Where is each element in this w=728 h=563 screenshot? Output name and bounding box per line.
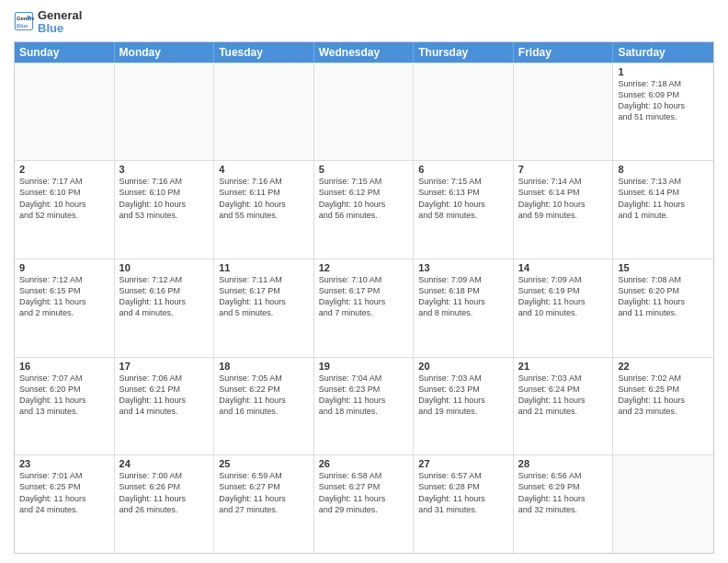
calendar-cell-empty [514,63,614,161]
calendar-cell-day-26: 26Sunrise: 6:58 AM Sunset: 6:27 PM Dayli… [314,455,415,553]
day-number: 26 [319,458,409,469]
calendar-cell-day-14: 14Sunrise: 7:09 AM Sunset: 6:19 PM Dayli… [514,259,614,357]
weekday-header-wednesday: Wednesday [314,42,415,63]
day-info: Sunrise: 7:00 AM Sunset: 6:26 PM Dayligh… [119,470,210,515]
day-info: Sunrise: 7:18 AM Sunset: 6:09 PM Dayligh… [618,78,709,123]
day-number: 19 [319,361,409,372]
day-info: Sunrise: 6:56 AM Sunset: 6:29 PM Dayligh… [518,470,609,515]
calendar-cell-empty [314,63,415,161]
calendar-cell-day-5: 5Sunrise: 7:15 AM Sunset: 6:12 PM Daylig… [314,161,415,259]
logo: General Blue General Blue [14,9,82,36]
day-number: 8 [618,164,709,175]
calendar-row-4: 23Sunrise: 7:01 AM Sunset: 6:25 PM Dayli… [15,454,713,553]
day-number: 18 [219,361,309,372]
logo-icon: General Blue [14,11,34,31]
day-info: Sunrise: 7:07 AM Sunset: 6:20 PM Dayligh… [19,373,109,418]
calendar-body: 1Sunrise: 7:18 AM Sunset: 6:09 PM Daylig… [15,63,713,553]
calendar-row-3: 16Sunrise: 7:07 AM Sunset: 6:20 PM Dayli… [15,357,713,455]
day-number: 6 [418,164,508,175]
day-info: Sunrise: 7:02 AM Sunset: 6:25 PM Dayligh… [618,373,709,418]
day-number: 27 [418,458,508,469]
day-number: 21 [518,361,609,372]
day-info: Sunrise: 7:12 AM Sunset: 6:15 PM Dayligh… [19,274,109,319]
calendar-cell-day-7: 7Sunrise: 7:14 AM Sunset: 6:14 PM Daylig… [514,161,614,259]
calendar-cell-empty [15,63,115,161]
weekday-header-tuesday: Tuesday [214,42,314,63]
svg-text:General: General [17,17,34,22]
day-number: 9 [19,262,109,273]
calendar-cell-day-25: 25Sunrise: 6:59 AM Sunset: 6:27 PM Dayli… [214,455,314,553]
day-info: Sunrise: 7:03 AM Sunset: 6:24 PM Dayligh… [518,373,609,418]
calendar-cell-day-15: 15Sunrise: 7:08 AM Sunset: 6:20 PM Dayli… [613,259,713,357]
calendar-cell-day-1: 1Sunrise: 7:18 AM Sunset: 6:09 PM Daylig… [613,63,713,161]
day-number: 10 [119,262,210,273]
weekday-header-sunday: Sunday [15,42,115,63]
day-number: 11 [219,262,309,273]
day-number: 16 [19,361,109,372]
calendar-cell-day-27: 27Sunrise: 6:57 AM Sunset: 6:28 PM Dayli… [414,455,514,553]
day-number: 25 [219,458,309,469]
day-number: 14 [518,262,609,273]
calendar-cell-day-17: 17Sunrise: 7:06 AM Sunset: 6:21 PM Dayli… [115,358,215,455]
day-number: 2 [19,164,109,175]
day-info: Sunrise: 7:14 AM Sunset: 6:14 PM Dayligh… [518,176,609,221]
calendar-cell-empty [214,63,314,161]
day-info: Sunrise: 7:15 AM Sunset: 6:12 PM Dayligh… [319,176,409,221]
day-info: Sunrise: 7:15 AM Sunset: 6:13 PM Dayligh… [418,176,508,221]
day-info: Sunrise: 7:16 AM Sunset: 6:11 PM Dayligh… [219,176,309,221]
calendar-row-1: 2Sunrise: 7:17 AM Sunset: 6:10 PM Daylig… [15,160,713,259]
day-number: 15 [618,262,709,273]
svg-text:Blue: Blue [17,23,28,29]
calendar-header: SundayMondayTuesdayWednesdayThursdayFrid… [15,42,713,63]
calendar-cell-day-2: 2Sunrise: 7:17 AM Sunset: 6:10 PM Daylig… [15,161,115,259]
calendar-cell-day-16: 16Sunrise: 7:07 AM Sunset: 6:20 PM Dayli… [15,358,115,455]
day-info: Sunrise: 7:05 AM Sunset: 6:22 PM Dayligh… [219,373,309,418]
day-info: Sunrise: 6:59 AM Sunset: 6:27 PM Dayligh… [219,470,309,515]
day-info: Sunrise: 7:17 AM Sunset: 6:10 PM Dayligh… [19,176,109,221]
calendar-cell-day-18: 18Sunrise: 7:05 AM Sunset: 6:22 PM Dayli… [214,358,314,455]
calendar-cell-day-13: 13Sunrise: 7:09 AM Sunset: 6:18 PM Dayli… [414,259,514,357]
calendar-cell-day-24: 24Sunrise: 7:00 AM Sunset: 6:26 PM Dayli… [115,455,215,553]
calendar-cell-day-21: 21Sunrise: 7:03 AM Sunset: 6:24 PM Dayli… [514,358,614,455]
calendar-row-0: 1Sunrise: 7:18 AM Sunset: 6:09 PM Daylig… [15,63,713,161]
weekday-header-thursday: Thursday [414,42,514,63]
calendar-cell-day-23: 23Sunrise: 7:01 AM Sunset: 6:25 PM Dayli… [15,455,115,553]
calendar-cell-day-11: 11Sunrise: 7:11 AM Sunset: 6:17 PM Dayli… [214,259,314,357]
day-info: Sunrise: 7:08 AM Sunset: 6:20 PM Dayligh… [618,274,709,319]
logo-text-general: General [38,9,82,22]
calendar-cell-day-9: 9Sunrise: 7:12 AM Sunset: 6:15 PM Daylig… [15,259,115,357]
day-number: 4 [219,164,309,175]
day-number: 1 [618,66,709,77]
calendar-cell-day-28: 28Sunrise: 6:56 AM Sunset: 6:29 PM Dayli… [514,455,614,553]
day-number: 24 [119,458,210,469]
calendar-cell-empty [613,455,713,553]
day-number: 23 [19,458,109,469]
day-info: Sunrise: 7:03 AM Sunset: 6:23 PM Dayligh… [418,373,508,418]
day-number: 28 [518,458,609,469]
calendar-cell-day-12: 12Sunrise: 7:10 AM Sunset: 6:17 PM Dayli… [314,259,415,357]
page: General Blue General Blue SundayMondayTu… [0,0,728,563]
day-info: Sunrise: 6:57 AM Sunset: 6:28 PM Dayligh… [418,470,508,515]
day-info: Sunrise: 7:12 AM Sunset: 6:16 PM Dayligh… [119,274,210,319]
day-number: 7 [518,164,609,175]
day-info: Sunrise: 7:10 AM Sunset: 6:17 PM Dayligh… [319,274,409,319]
calendar-cell-day-3: 3Sunrise: 7:16 AM Sunset: 6:10 PM Daylig… [115,161,215,259]
day-info: Sunrise: 7:11 AM Sunset: 6:17 PM Dayligh… [219,274,309,319]
logo-text-blue: Blue [38,22,82,35]
day-info: Sunrise: 7:04 AM Sunset: 6:23 PM Dayligh… [319,373,409,418]
calendar-cell-day-6: 6Sunrise: 7:15 AM Sunset: 6:13 PM Daylig… [414,161,514,259]
day-info: Sunrise: 6:58 AM Sunset: 6:27 PM Dayligh… [319,470,409,515]
weekday-header-saturday: Saturday [613,42,713,63]
calendar-row-2: 9Sunrise: 7:12 AM Sunset: 6:15 PM Daylig… [15,259,713,357]
calendar-cell-day-4: 4Sunrise: 7:16 AM Sunset: 6:11 PM Daylig… [214,161,314,259]
calendar-cell-day-19: 19Sunrise: 7:04 AM Sunset: 6:23 PM Dayli… [314,358,415,455]
day-number: 20 [418,361,508,372]
day-number: 3 [119,164,210,175]
day-info: Sunrise: 7:13 AM Sunset: 6:14 PM Dayligh… [618,176,709,221]
day-info: Sunrise: 7:06 AM Sunset: 6:21 PM Dayligh… [119,373,210,418]
weekday-header-monday: Monday [115,42,215,63]
day-number: 17 [119,361,210,372]
calendar-cell-day-22: 22Sunrise: 7:02 AM Sunset: 6:25 PM Dayli… [613,358,713,455]
day-info: Sunrise: 7:16 AM Sunset: 6:10 PM Dayligh… [119,176,210,221]
calendar-cell-empty [115,63,215,161]
